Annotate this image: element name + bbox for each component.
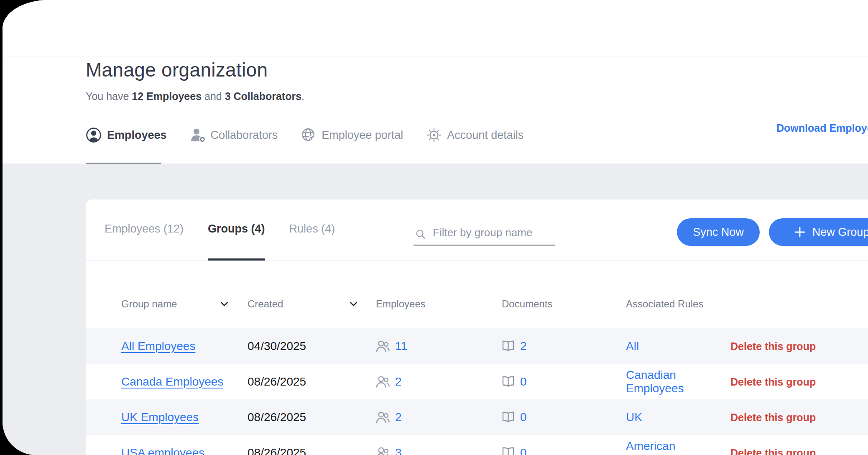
table-row: USA employees 08/26/2025 3 0 A xyxy=(86,435,868,455)
employees-count-cell: 11 xyxy=(376,340,502,353)
download-employee-link[interactable]: Download Employee xyxy=(776,122,868,134)
tab-employees-label: Employees xyxy=(107,129,167,142)
tab-collaborators[interactable]: Collaborators xyxy=(190,128,278,143)
sort-created[interactable]: Created xyxy=(248,298,376,310)
documents-count-cell: 2 xyxy=(502,340,626,353)
documents-count-cell: 0 xyxy=(502,446,626,455)
people-icon xyxy=(376,340,390,352)
employees-count-cell: 3 xyxy=(376,446,502,455)
gear-icon xyxy=(426,128,442,143)
group-name-link[interactable]: UK Employees xyxy=(121,411,199,424)
documents-count-link[interactable]: 0 xyxy=(520,446,527,455)
employees-count-link[interactable]: 2 xyxy=(395,411,402,424)
globe-cursor-icon xyxy=(301,128,316,143)
collaborator-icon xyxy=(190,128,205,143)
content-area: Employees (12) Groups (4) Rules (4) Sync… xyxy=(3,164,868,455)
chevron-down-icon xyxy=(220,302,228,307)
tab-collaborators-label: Collaborators xyxy=(211,129,278,142)
group-name-link[interactable]: USA employees xyxy=(121,446,204,455)
person-circle-icon xyxy=(86,127,102,143)
search-icon xyxy=(415,229,426,241)
groups-card: Employees (12) Groups (4) Rules (4) Sync… xyxy=(86,199,868,455)
associated-rules-link[interactable]: All xyxy=(626,340,639,353)
filter-group-input[interactable] xyxy=(414,224,555,245)
tab-account-details-label: Account details xyxy=(447,129,523,142)
sync-now-button[interactable]: Sync Now xyxy=(677,218,760,246)
documents-count-cell: 0 xyxy=(502,375,626,389)
people-icon xyxy=(376,447,390,455)
sort-group-name[interactable]: Group name xyxy=(121,298,248,310)
book-icon xyxy=(502,340,515,352)
group-name-link[interactable]: Canada Employees xyxy=(121,375,223,388)
subtitle: You have 12 Employees and 3 Collaborator… xyxy=(86,90,304,102)
documents-count-link[interactable]: 0 xyxy=(520,375,527,389)
col-associated-rules: Associated Rules xyxy=(626,298,730,310)
tab-employee-portal-label: Employee portal xyxy=(322,129,403,142)
delete-group-link[interactable]: Delete this group xyxy=(730,376,816,388)
created-date: 08/26/2025 xyxy=(248,375,376,389)
col-documents: Documents xyxy=(502,298,626,310)
table-header: Group name Created Employees Documents A… xyxy=(86,261,868,328)
tab-employees-count[interactable]: Employees (12) xyxy=(105,199,184,261)
people-icon xyxy=(376,376,390,388)
collaborators-count-text: 3 Collaborators xyxy=(225,90,301,102)
documents-count-cell: 0 xyxy=(502,411,626,424)
tab-rules[interactable]: Rules (4) xyxy=(289,199,335,261)
documents-count-link[interactable]: 0 xyxy=(520,411,527,424)
filter-field-wrap xyxy=(414,224,555,245)
book-icon xyxy=(502,376,515,387)
employees-count-link[interactable]: 11 xyxy=(395,340,407,353)
delete-group-link[interactable]: Delete this group xyxy=(730,340,816,352)
book-icon xyxy=(502,412,515,423)
book-icon xyxy=(502,447,515,455)
associated-rules-link[interactable]: UK xyxy=(626,411,642,424)
employees-count-link[interactable]: 2 xyxy=(395,375,402,389)
people-icon xyxy=(376,411,390,423)
tab-account-details[interactable]: Account details xyxy=(426,128,523,143)
documents-count-link[interactable]: 2 xyxy=(520,340,527,353)
chevron-down-icon xyxy=(350,302,357,307)
delete-group-link[interactable]: Delete this group xyxy=(730,412,816,423)
new-group-label: New Group xyxy=(812,226,868,239)
col-employees: Employees xyxy=(376,298,502,310)
group-name-link[interactable]: All Employees xyxy=(121,340,195,353)
table-row: Canada Employees 08/26/2025 2 0 xyxy=(86,364,868,399)
created-date: 08/26/2025 xyxy=(248,411,376,424)
created-date: 08/26/2025 xyxy=(248,446,376,455)
page-header: Manage organization You have 12 Employee… xyxy=(3,57,868,164)
table-row: All Employees 04/30/2025 11 2 xyxy=(86,328,868,364)
employees-count-cell: 2 xyxy=(376,411,502,424)
created-date: 04/30/2025 xyxy=(248,340,376,353)
tab-employee-portal[interactable]: Employee portal xyxy=(301,128,403,143)
new-group-button[interactable]: New Group xyxy=(769,218,868,246)
plus-icon xyxy=(794,226,806,238)
tab-groups[interactable]: Groups (4) xyxy=(208,199,265,261)
page-title: Manage organization xyxy=(86,59,268,81)
browser-chrome xyxy=(3,0,868,56)
associated-rules-link[interactable]: American Employees xyxy=(626,440,684,455)
table-body: All Employees 04/30/2025 11 2 xyxy=(86,328,868,455)
tab-employees[interactable]: Employees xyxy=(86,127,167,143)
employees-count-cell: 2 xyxy=(376,375,502,389)
delete-group-link[interactable]: Delete this group xyxy=(730,447,816,455)
main-tab-bar: Employees Collaborators xyxy=(86,127,523,143)
associated-rules-link[interactable]: Canadian Employees xyxy=(626,368,684,395)
app-window: Manage organization You have 12 Employee… xyxy=(3,0,868,455)
card-tab-bar: Employees (12) Groups (4) Rules (4) Sync… xyxy=(86,199,868,261)
employees-count-text: 12 Employees xyxy=(132,90,202,102)
table-row: UK Employees 08/26/2025 2 0 UK xyxy=(86,399,868,435)
employees-count-link[interactable]: 3 xyxy=(395,446,402,455)
